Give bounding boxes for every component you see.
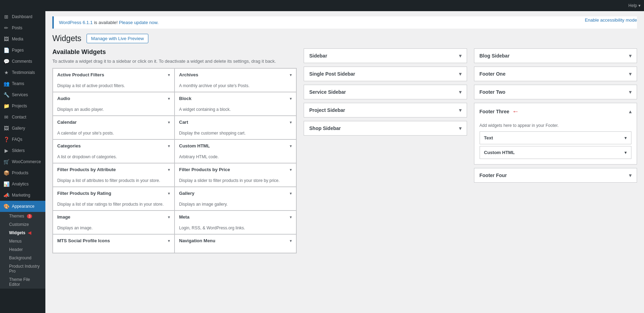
widget-item[interactable]: Active Product Filters ▾ Display a list …	[53, 68, 175, 92]
sidebars-col1: Sidebar ▾ Single Post Sidebar ▾ Service …	[304, 48, 467, 253]
sidebar-item-analytics[interactable]: 📊 Analytics	[0, 178, 45, 190]
submenu-item-product-industry-pro[interactable]: Product Industry Pro	[0, 262, 45, 275]
sidebar-panel-header-footer-four[interactable]: Footer Four ▾	[474, 168, 637, 182]
chevron-down-icon: ▾	[629, 53, 631, 59]
widget-item[interactable]: Custom HTML ▾ Arbitrary HTML code.	[175, 139, 296, 163]
sidebar-item-gallery[interactable]: 🖼 Gallery	[0, 123, 45, 134]
teams-icon: 👥	[3, 81, 9, 86]
sidebar-panel-footer-two: Footer Two ▾	[474, 85, 637, 99]
sidebar-panel-project-sidebar: Project Sidebar ▾	[304, 103, 467, 117]
sidebar-item-posts[interactable]: ✏ Posts	[0, 22, 45, 33]
submenu-item-customize[interactable]: Customize	[0, 220, 45, 229]
widget-title: Categories	[57, 143, 81, 148]
sidebar-panel-title: Footer Four	[480, 173, 507, 178]
widget-item[interactable]: Archives ▾ A monthly archive of your sit…	[175, 68, 296, 92]
sidebar-panel-header-project-sidebar[interactable]: Project Sidebar ▾	[304, 103, 467, 117]
sidebar-item-teams[interactable]: 👥 Teams	[0, 78, 45, 89]
sidebar-panel-footer-four: Footer Four ▾	[474, 168, 637, 183]
chevron-down-icon: ▾	[290, 72, 292, 77]
submenu-item-themes[interactable]: Themes 3	[0, 212, 45, 220]
widget-desc: Display a list of star ratings to filter…	[53, 200, 174, 210]
sidebar-item-label: Analytics	[12, 182, 29, 186]
chevron-down-icon: ▾	[459, 71, 461, 77]
widget-in-sidebar[interactable]: Custom HTML ▾	[480, 146, 632, 159]
sidebar-item-faqs[interactable]: ❓ FAQs	[0, 134, 45, 145]
accessibility-link[interactable]: Enable accessibility mode	[585, 17, 637, 23]
wordpress-version-link[interactable]: WordPress 6.1.1	[59, 20, 93, 25]
sidebar-item-services[interactable]: 🔧 Services	[0, 89, 45, 100]
chevron-up-icon: ▴	[629, 109, 631, 114]
widget-item[interactable]: Meta ▾ Login, RSS, & WordPress.org links…	[175, 211, 296, 234]
widget-item[interactable]: Navigation Menu ▾	[175, 234, 296, 253]
sidebar-item-label: Gallery	[12, 126, 25, 131]
sidebar-item-sliders[interactable]: ▶ Sliders	[0, 145, 45, 156]
submenu-item-background[interactable]: Background	[0, 254, 45, 262]
sidebar-item-comments[interactable]: 💬 Comments	[0, 56, 45, 67]
sidebar-panel-header-footer-one[interactable]: Footer One ▾	[474, 67, 637, 81]
sidebar-item-pages[interactable]: 📄 Pages	[0, 45, 45, 56]
chevron-down-icon: ▾	[629, 71, 631, 77]
sidebar-item-dashboard[interactable]: ⊞ Dashboard	[0, 11, 45, 22]
notice-text: is available!	[94, 20, 118, 25]
sidebar-panel-sidebar: Sidebar ▾	[304, 48, 467, 63]
help-button[interactable]: Help ▾	[628, 3, 641, 8]
sidebar-panel-header-sidebar[interactable]: Sidebar ▾	[304, 49, 467, 63]
submenu-item-header[interactable]: Header	[0, 245, 45, 254]
sidebar-item-products[interactable]: 📦 Products	[0, 167, 45, 178]
widget-item[interactable]: Categories ▾ A list or dropdown of categ…	[53, 139, 175, 163]
services-icon: 🔧	[3, 92, 9, 98]
sidebars-section: Sidebar ▾ Single Post Sidebar ▾ Service …	[304, 48, 637, 253]
widget-desc: Display a list of active product filters…	[53, 81, 174, 92]
widget-item[interactable]: Filter Products by Rating ▾ Display a li…	[53, 187, 175, 211]
sidebar-item-label: Posts	[12, 25, 22, 30]
admin-sidebar: ⊞ Dashboard ✏ Posts 🖼 Media 📄 Pages 💬 Co…	[0, 0, 45, 313]
chevron-down-icon: ▾	[629, 89, 631, 95]
submenu-item-theme-file-editor[interactable]: Theme File Editor	[0, 275, 45, 289]
widget-item[interactable]: Image ▾ Displays an image.	[53, 211, 175, 234]
widget-title: Active Product Filters	[57, 72, 104, 77]
widget-item[interactable]: Audio ▾ Displays an audio player.	[53, 92, 175, 116]
sidebar-item-contact[interactable]: ✉ Contact	[0, 112, 45, 123]
widget-item[interactable]: Cart ▾ Display the customer shopping car…	[175, 116, 296, 139]
sidebar-item-testimonials[interactable]: ★ Testimonials	[0, 67, 45, 78]
widget-title: Cart	[179, 120, 188, 125]
sidebar-panel-header-footer-two[interactable]: Footer Two ▾	[474, 85, 637, 99]
widget-title: Filter Products by Rating	[57, 191, 111, 196]
chevron-down-icon: ▾	[459, 107, 461, 113]
widget-item[interactable]: MTS Social Profile Icons ▾	[53, 234, 175, 253]
sidebar-item-appearance[interactable]: 🎨 Appearance	[0, 201, 45, 212]
sidebar-panel-header-single-post-sidebar[interactable]: Single Post Sidebar ▾	[304, 67, 467, 81]
widget-item[interactable]: Block ▾ A widget containing a block.	[175, 92, 296, 116]
chevron-down-icon: ▾	[168, 191, 170, 196]
sidebar-item-label: Services	[12, 92, 28, 97]
widget-desc	[175, 247, 296, 253]
sidebar-panel-header-shop-sidebar[interactable]: Shop Sidebar ▾	[304, 121, 467, 135]
sidebar-panel-footer-one: Footer One ▾	[474, 67, 637, 81]
sidebar-item-projects[interactable]: 📁 Projects	[0, 100, 45, 112]
sidebar-item-woocommerce[interactable]: 🛒 WooCommerce	[0, 156, 45, 167]
update-link[interactable]: Please update now.	[119, 20, 158, 25]
widget-desc: Arbitrary HTML code.	[175, 152, 296, 163]
widget-in-sidebar[interactable]: Text ▾	[480, 131, 632, 144]
sidebar-panel-header-service-sidebar[interactable]: Service Sidebar ▾	[304, 85, 467, 99]
sidebar-panel-header-footer-three[interactable]: Footer Three ← ▴	[474, 103, 637, 120]
products-icon: 📦	[3, 170, 9, 176]
themes-badge: 3	[27, 214, 32, 219]
live-preview-button[interactable]: Manage with Live Preview	[87, 34, 148, 43]
sidebar-item-label: Sliders	[12, 148, 25, 153]
widget-item[interactable]: Filter Products by Attribute ▾ Display a…	[53, 163, 175, 187]
sidebar-panel-header-blog-sidebar[interactable]: Blog Sidebar ▾	[474, 49, 637, 63]
sidebar-item-media[interactable]: 🖼 Media	[0, 33, 45, 45]
chevron-down-icon: ▾	[290, 167, 292, 172]
sidebar-panel-title: Sidebar	[309, 53, 327, 59]
widget-desc: Displays an image.	[53, 223, 174, 234]
widget-item[interactable]: Filter Products by Price ▾ Display a sli…	[175, 163, 296, 187]
sidebar-item-marketing[interactable]: 📣 Marketing	[0, 190, 45, 201]
submenu-item-menus[interactable]: Menus	[0, 237, 45, 245]
submenu-item-widgets[interactable]: Widgets ◀	[0, 229, 45, 237]
sidebar-panel-body-footer-three: Add widgets here to appear in your Foote…	[474, 120, 637, 164]
widget-item[interactable]: Calendar ▾ A calendar of your site's pos…	[53, 116, 175, 139]
widget-item[interactable]: Gallery ▾ Displays an image gallery.	[175, 187, 296, 211]
woocommerce-icon: 🛒	[3, 159, 9, 165]
widget-desc: A list or dropdown of categories.	[53, 152, 174, 163]
